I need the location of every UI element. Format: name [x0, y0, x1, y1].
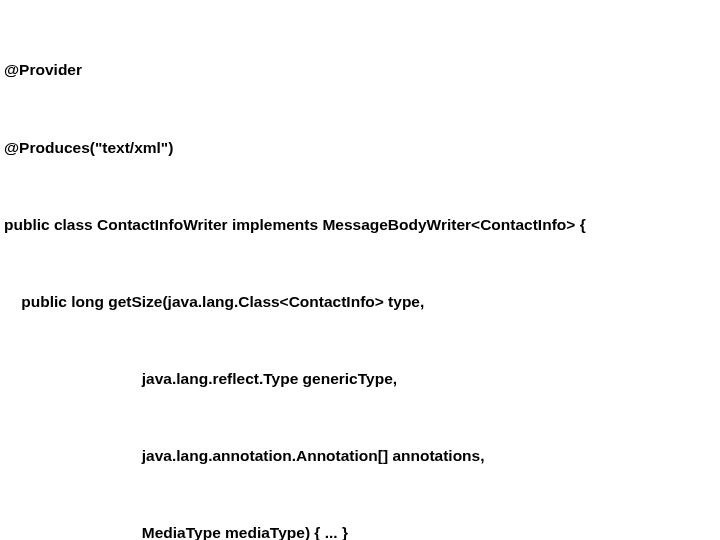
code-line: java.lang.reflect.Type genericType,: [4, 366, 720, 392]
code-line: java.lang.annotation.Annotation[] annota…: [4, 443, 720, 469]
code-line: public long getSize(java.lang.Class<Cont…: [4, 289, 720, 315]
code-line: public class ContactInfoWriter implement…: [4, 212, 720, 238]
code-line: @Provider: [4, 57, 720, 83]
code-line: MediaType mediaType) { ... }: [4, 520, 720, 540]
code-block: @Provider @Produces("text/xml") public c…: [0, 0, 720, 540]
code-line: @Produces("text/xml"): [4, 135, 720, 161]
